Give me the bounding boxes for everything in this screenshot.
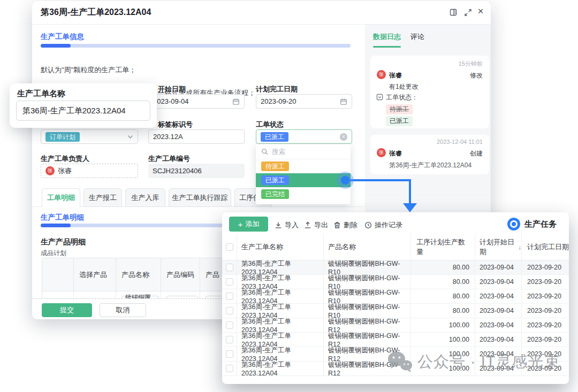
log-action: 修改 [470,71,483,80]
finish-date-field[interactable]: 2023-09-20 [256,94,352,109]
finish-date-value: 2023-09-20 [261,97,340,105]
row-checkbox-cell [222,304,237,318]
cell-start-date: 2023-09-04 [475,304,522,318]
col-product-name: 产品名称 [116,258,161,291]
dropdown-search[interactable] [256,144,351,159]
clock-icon [364,221,372,229]
annotation-arrow-vertical [409,179,411,204]
pending-tag: 待派工 [261,162,289,171]
tab-data-log[interactable]: 数据日志 [373,32,401,42]
work-order-name-input[interactable] [16,101,150,121]
col-end-date: 计划完工日期 [522,234,569,260]
tab-production-report[interactable]: 生产报工 [83,188,122,207]
status-dropdown: 待派工 已派工 已完结 [256,144,351,204]
close-icon[interactable]: × [476,6,485,16]
log-entry-create: 2023-12-04 11:01 张 张睿 创建 第36周-生产工单2023.1… [370,135,489,174]
delete-button[interactable]: 删除 [333,220,358,230]
table-row[interactable]: 第36周-生产工单2023.12A04 镀锡铜覆钢圆钢BH-GW-R10 80.… [222,289,569,304]
col-start-date[interactable]: 计划开始日期 ↓ [475,234,522,260]
tag-id-field[interactable]: 2023.12A [148,129,245,144]
row-checkbox[interactable] [226,336,233,343]
chevron-down-icon [127,135,133,139]
cell-qty: 80.00 [411,289,475,303]
col-index [42,258,74,291]
row-checkbox-cell [222,260,237,274]
cancel-button[interactable]: 取消 [100,303,146,317]
user-avatar: 张 [377,70,386,79]
log-panel-icon[interactable] [448,7,458,17]
log-field: 工单状态： [386,93,418,102]
log-action: 创建 [470,149,483,158]
cell-qty: 80.00 [411,275,475,289]
wechat-icon [386,350,413,374]
option-finished[interactable]: 已完结 [256,187,351,201]
order-no-value: SCJH23120406 [153,167,240,175]
table-row[interactable]: 第36周-生产工单2023.12A04 镀锡铜覆钢圆钢BH-GW-R12 100… [222,333,569,347]
name-field-callout: 生产工单名称 [10,83,157,128]
old-value-chip: 待派工 [386,104,413,114]
cell-product-name: 镀锡铜覆钢圆钢BH-GW-R10 [324,260,411,274]
row-checkbox[interactable] [226,350,233,358]
plus-icon: + [238,220,243,229]
cell-order-name: 第36周-生产工单2023.12A04 [237,333,324,347]
row-checkbox[interactable] [226,307,233,314]
add-button[interactable]: + 添加 [229,217,268,232]
select-all-checkbox[interactable] [226,243,233,251]
row-checkbox[interactable] [226,321,233,329]
tab-comments[interactable]: 评论 [410,32,424,42]
log-time: 2023-12-04 11:01 [437,139,483,145]
table-row[interactable]: 第36周-生产工单2023.12A04 镀锡铜覆钢圆钢BH-GW-R10 80.… [222,275,569,289]
export-icon [304,221,311,229]
row-checkbox[interactable] [226,264,233,271]
option-pending[interactable]: 待派工 [256,159,351,173]
expand-icon[interactable] [463,7,473,17]
tip-line-1: 默认为"周"颗粒度的生产工单； [41,64,255,76]
table-row[interactable]: 第36周-生产工单2023.12A04 镀锡铜覆钢圆钢BH-GW-R10 80.… [222,304,569,318]
import-button[interactable]: 导入 [275,220,299,230]
table-row[interactable]: 第36周-生产工单2023.12A04 镀锡铜覆钢圆钢BH-GW-R10 80.… [222,260,569,275]
status-label: 工单状态 [256,120,284,129]
row-checkbox-cell [222,347,237,361]
calendar-icon [340,98,347,105]
status-select[interactable]: 已派工 × [256,129,352,144]
log-summary: 有1处更改 [389,82,419,91]
order-type-select[interactable]: 订单计划 [41,129,138,144]
tab-work-order-detail[interactable]: 工单明细 [42,188,80,207]
order-no-label: 生产工单编号 [148,154,190,164]
watermark: 公众号 · IT灵感光束 [386,350,560,374]
row-checkbox[interactable] [226,278,233,286]
clear-icon[interactable]: × [340,133,347,141]
cell-order-name: 第36周-生产工单2023.12A04 [237,260,324,274]
history-button[interactable]: 操作记录 [364,220,402,230]
row-checkbox[interactable] [226,293,233,300]
log-summary: 第36周-生产工单2023.12A04 [389,161,471,170]
table-row[interactable]: 第36周-生产工单2023.12A04 镀锡铜覆钢圆钢BH-GW-R12 100… [222,318,569,333]
log-user: 张睿 [389,149,402,158]
tab-warehouse-in[interactable]: 生产入库 [125,188,165,207]
click-indicator-dot [341,176,349,185]
start-date-label: 开始日期 [158,84,186,94]
callout-label: 生产工单名称 [17,89,65,99]
cell-product-name: 镀锡铜覆钢圆钢BH-GW-R12 [324,318,411,332]
start-date-field[interactable]: 2023-09-04 [148,94,245,109]
cell-order-name: 第36周-生产工单2023.12A04 [237,362,324,375]
select-all-cell [222,234,237,260]
add-label: 添加 [245,219,259,229]
log-time: 15分钟前 [459,60,483,68]
row-checkbox[interactable] [226,365,233,372]
new-value-chip: 已派工 [386,116,413,126]
order-type-tag: 订单计划 [45,132,80,142]
cell-start-date: 2023-09-04 [475,289,522,303]
dialog-title: 第36周-生产工单2023.12A04 [41,7,151,18]
cell-start-date: 2023-09-04 [475,333,522,347]
select-product-cell[interactable] [74,291,116,298]
tab-execution-tracking[interactable]: 生产工单执行跟踪 [169,188,231,207]
product-name-cell: 镀锡铜覆钢 [116,291,161,298]
submit-button[interactable]: 提交 [42,303,92,317]
cell-product-name: 镀锡铜覆钢圆钢BH-GW-R10 [324,289,411,303]
assigned-tag: 已派工 [261,175,289,185]
search-input[interactable] [272,148,336,156]
owner-picker[interactable]: 张 张睿 [41,164,138,178]
plan-label: 成品计划 [41,249,66,258]
export-button[interactable]: 导出 [304,220,328,230]
